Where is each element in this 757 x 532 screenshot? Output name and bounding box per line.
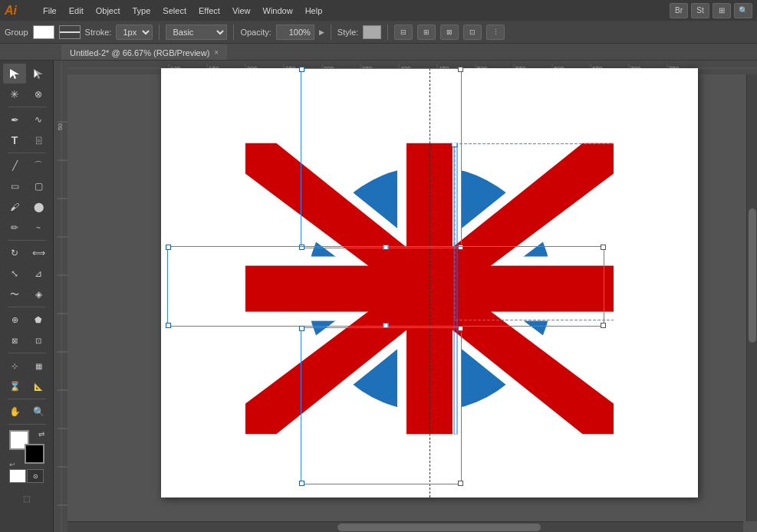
bridge-icon[interactable]: Br xyxy=(670,3,688,18)
app-logo: Ai xyxy=(5,4,30,18)
svg-text:50: 50 xyxy=(57,123,64,130)
direct-selection-tool[interactable] xyxy=(27,64,50,84)
tool-row-line: ╱ ⌒ xyxy=(3,156,50,176)
toolbar: ✳ ⊗ ✒ ∿ T ⌻ ╱ ⌒ ▭ ▢ 🖌 ⬤ ✏ ~ ↻ xyxy=(0,61,54,532)
artboard xyxy=(161,68,698,498)
menu-effect[interactable]: Effect xyxy=(193,5,225,17)
curvature-tool[interactable]: ∿ xyxy=(27,110,50,130)
align-btn-3[interactable]: ⊠ xyxy=(440,25,459,40)
lasso-tool[interactable]: ⊗ xyxy=(27,84,50,104)
stroke-color-box[interactable] xyxy=(59,25,81,39)
opacity-input[interactable] xyxy=(276,25,314,40)
svg-rect-60 xyxy=(406,143,453,435)
menu-view[interactable]: View xyxy=(227,5,256,17)
color-section: ↩ ⇄ xyxy=(6,430,48,468)
tool-row-perspective: ⊠ ⊡ xyxy=(3,330,50,350)
canvas-area[interactable]: 100 150 200 250 300 350 400 450 500 550 … xyxy=(54,61,757,532)
tool-row-1 xyxy=(3,64,50,84)
svg-rect-33 xyxy=(54,61,67,532)
reflect-tool[interactable]: ⟺ xyxy=(27,243,50,263)
tool-row-warp: 〜 ◈ xyxy=(3,284,50,304)
menu-edit[interactable]: Edit xyxy=(64,5,89,17)
perspective-grid-tool[interactable]: ⊠ xyxy=(3,330,26,350)
tool-row-pen: ✒ ∿ xyxy=(3,110,50,130)
paintbrush-tool[interactable]: 🖌 xyxy=(3,197,26,217)
search-icon[interactable]: 🔍 xyxy=(734,3,752,18)
free-distort-tool[interactable]: ◈ xyxy=(27,284,50,304)
eyedropper-tool[interactable]: ⌛ xyxy=(3,376,26,396)
align-btn-4[interactable]: ⊡ xyxy=(463,25,482,40)
sep-7 xyxy=(8,424,46,425)
measure-tool[interactable]: 📐 xyxy=(27,376,50,396)
warp-tool[interactable]: 〜 xyxy=(3,284,26,304)
menu-file[interactable]: File xyxy=(38,5,62,17)
fill-color-box[interactable] xyxy=(33,25,54,39)
tool-row-eyedrop: ⌛ 📐 xyxy=(3,376,50,396)
stroke-weight-select[interactable]: 1px xyxy=(116,25,153,40)
divider-1 xyxy=(159,25,160,40)
rounded-rect-tool[interactable]: ▢ xyxy=(27,176,50,196)
sep-1 xyxy=(8,107,46,107)
align-btn-2[interactable]: ⊞ xyxy=(417,25,436,40)
tool-row-rect: ▭ ▢ xyxy=(3,176,50,196)
sep-2 xyxy=(8,153,46,153)
rotate-tool[interactable]: ↻ xyxy=(3,243,26,263)
smooth-tool[interactable]: ~ xyxy=(27,218,50,238)
main-area: ✳ ⊗ ✒ ∿ T ⌻ ╱ ⌒ ▭ ▢ 🖌 ⬤ ✏ ~ ↻ xyxy=(0,61,757,532)
workspace-icon[interactable]: ⊞ xyxy=(713,3,731,18)
align-btn-5[interactable]: ⋮ xyxy=(486,25,505,40)
tool-row-mode: ⊙ xyxy=(9,469,44,483)
artboard-toggle[interactable]: ⬚ xyxy=(8,488,46,508)
scrollbar-v[interactable] xyxy=(746,74,757,521)
opacity-label: Opacity: xyxy=(240,28,271,37)
mesh-tool[interactable]: ⊹ xyxy=(3,356,26,376)
background-color[interactable] xyxy=(25,444,44,464)
top-icon-group: Br St ⊞ 🔍 xyxy=(670,3,752,18)
tool-row-zoom: ✋ 🔍 xyxy=(3,402,50,422)
scale-tool[interactable]: ⤡ xyxy=(3,264,26,284)
hand-tool[interactable]: ✋ xyxy=(3,402,26,422)
divider-2 xyxy=(233,25,234,40)
menu-object[interactable]: Object xyxy=(91,5,126,17)
scrollbar-h[interactable] xyxy=(67,521,743,532)
tab-close-btn[interactable]: × xyxy=(214,48,219,57)
style-box[interactable] xyxy=(363,25,381,39)
menu-window[interactable]: Window xyxy=(258,5,298,17)
menu-type[interactable]: Type xyxy=(127,5,156,17)
pencil-tool[interactable]: ✏ xyxy=(3,218,26,238)
tool-row-shapebuild: ⊕ ⬟ xyxy=(3,310,50,330)
align-btn-1[interactable]: ⊟ xyxy=(394,25,413,40)
scrollbar-h-thumb[interactable] xyxy=(337,524,540,531)
rectangle-tool[interactable]: ▭ xyxy=(3,176,26,196)
draw-mode-btn[interactable]: ⊙ xyxy=(27,469,44,483)
line-tool[interactable]: ╱ xyxy=(3,156,26,176)
tool-row-lasso: ✳ ⊗ xyxy=(3,84,50,104)
selection-tool[interactable] xyxy=(3,64,26,84)
sep-3 xyxy=(8,240,46,241)
options-bar: Group Stroke: 1px Basic Opacity: ▶ Style… xyxy=(0,21,757,44)
shear-tool[interactable]: ⊿ xyxy=(27,264,50,284)
magic-wand-tool[interactable]: ✳ xyxy=(3,84,26,104)
touch-type-tool[interactable]: ⌻ xyxy=(27,130,50,150)
perspective-selection-tool[interactable]: ⊡ xyxy=(27,330,50,350)
gradient-tool[interactable]: ▦ xyxy=(27,356,50,376)
live-paint-tool[interactable]: ⬟ xyxy=(27,310,50,330)
zoom-tool[interactable]: 🔍 xyxy=(27,402,50,422)
pen-tool[interactable]: ✒ xyxy=(3,110,26,130)
text-tool[interactable]: T xyxy=(3,130,26,150)
arc-tool[interactable]: ⌒ xyxy=(27,156,50,176)
scrollbar-v-thumb[interactable] xyxy=(749,209,756,343)
tool-row-brush: 🖌 ⬤ xyxy=(3,197,50,217)
shape-builder-tool[interactable]: ⊕ xyxy=(3,310,26,330)
tool-row-scale: ⤡ ⊿ xyxy=(3,264,50,284)
opacity-arrows[interactable]: ▶ xyxy=(319,28,324,36)
normal-mode-btn[interactable] xyxy=(9,469,26,483)
blob-brush-tool[interactable]: ⬤ xyxy=(27,197,50,217)
document-tab[interactable]: Untitled-2* @ 66.67% (RGB/Preview) × xyxy=(61,44,227,60)
menu-help[interactable]: Help xyxy=(300,5,328,17)
swap-colors-icon[interactable]: ⇄ xyxy=(38,430,44,438)
stock-icon[interactable]: St xyxy=(691,3,709,18)
line-style-select[interactable]: Basic xyxy=(166,25,227,40)
menu-select[interactable]: Select xyxy=(157,5,192,17)
reset-colors-icon[interactable]: ↩ xyxy=(9,461,15,468)
